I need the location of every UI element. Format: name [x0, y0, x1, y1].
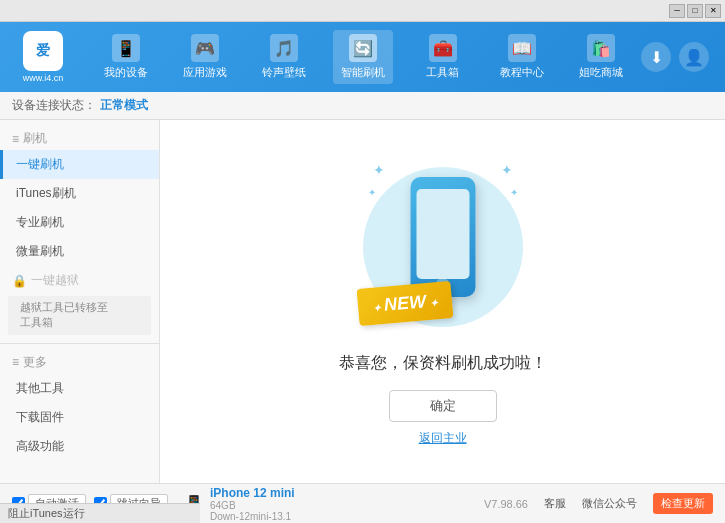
device-storage: 64GB — [210, 500, 295, 511]
sidebar-item-pro-flash[interactable]: 专业刷机 — [0, 208, 159, 237]
status-bar: 设备连接状态： 正常模式 — [0, 92, 725, 120]
nav-ringtones-icon: 🎵 — [270, 34, 298, 62]
device-details: iPhone 12 mini 64GB Down-12mini-13.1 — [210, 486, 295, 522]
main-content: ✦ ✦ ✦ ✦ NEW 恭喜您，保资料刷机成功啦！ 确定 返回主业 — [160, 120, 725, 483]
sparkle-2: ✦ — [501, 162, 513, 178]
nav-toolbox-icon: 🧰 — [429, 34, 457, 62]
close-button[interactable]: ✕ — [705, 4, 721, 18]
sparkle-4: ✦ — [510, 187, 518, 198]
sparkle-3: ✦ — [368, 187, 376, 198]
nav-mall-icon: 🛍️ — [587, 34, 615, 62]
bottom-right: V7.98.66 客服 微信公众号 检查更新 — [484, 493, 713, 514]
one-click-label: 一键刷机 — [16, 156, 64, 173]
logo[interactable]: 爱 www.i4.cn — [8, 31, 78, 83]
user-button[interactable]: 👤 — [679, 42, 709, 72]
wechat-link[interactable]: 微信公众号 — [582, 496, 637, 511]
app-container: 爱 www.i4.cn 📱 我的设备 🎮 应用游戏 🎵 铃声壁纸 🔄 智能刷机 — [0, 22, 725, 523]
device-model: Down-12mini-13.1 — [210, 511, 295, 522]
nav-ringtones[interactable]: 🎵 铃声壁纸 — [254, 30, 314, 84]
jailbreak-note: 越狱工具已转移至工具箱 — [8, 296, 151, 335]
more-section-label: 更多 — [23, 354, 47, 371]
nav-my-device[interactable]: 📱 我的设备 — [96, 30, 156, 84]
pro-flash-label: 专业刷机 — [16, 214, 64, 231]
maximize-button[interactable]: □ — [687, 4, 703, 18]
more-section-icon: ≡ — [12, 355, 19, 369]
back-link[interactable]: 返回主业 — [419, 430, 467, 447]
sparkle-1: ✦ — [373, 162, 385, 178]
title-bar: ─ □ ✕ — [0, 0, 725, 22]
status-label: 设备连接状态： — [12, 97, 96, 114]
sidebar-divider-1 — [0, 343, 159, 344]
download-firmware-label: 下载固件 — [16, 409, 64, 426]
download-button[interactable]: ⬇ — [641, 42, 671, 72]
content-area: ≡ 刷机 一键刷机 iTunes刷机 专业刷机 微量刷机 🔒 一键越狱 越狱工具… — [0, 120, 725, 483]
nav-my-device-label: 我的设备 — [104, 65, 148, 80]
logo-icon: 爱 — [23, 31, 63, 71]
nav-apps-icon: 🎮 — [191, 34, 219, 62]
other-tools-label: 其他工具 — [16, 380, 64, 397]
sidebar-item-other-tools[interactable]: 其他工具 — [0, 374, 159, 403]
nav-apps[interactable]: 🎮 应用游戏 — [175, 30, 235, 84]
sidebar-section-flash: ≡ 刷机 — [0, 124, 159, 150]
nav-tutorials-icon: 📖 — [508, 34, 536, 62]
advanced-label: 高级功能 — [16, 438, 64, 455]
minimize-button[interactable]: ─ — [669, 4, 685, 18]
nav-tutorials-label: 教程中心 — [500, 65, 544, 80]
sidebar-item-one-click[interactable]: 一键刷机 — [0, 150, 159, 179]
sidebar-section-jailbreak: 🔒 一键越狱 — [0, 266, 159, 292]
status-value: 正常模式 — [100, 97, 148, 114]
nav-tutorials[interactable]: 📖 教程中心 — [492, 30, 552, 84]
micro-flash-label: 微量刷机 — [16, 243, 64, 260]
phone-screen — [416, 189, 469, 279]
jailbreak-note-text: 越狱工具已转移至工具箱 — [20, 301, 108, 328]
sidebar-item-micro-flash[interactable]: 微量刷机 — [0, 237, 159, 266]
nav-smart-flash-label: 智能刷机 — [341, 65, 385, 80]
check-update-button[interactable]: 检查更新 — [653, 493, 713, 514]
confirm-button[interactable]: 确定 — [389, 390, 497, 422]
sidebar-item-download-firmware[interactable]: 下载固件 — [0, 403, 159, 432]
logo-url: www.i4.cn — [23, 73, 64, 83]
new-badge: NEW — [356, 280, 453, 325]
sidebar-item-advanced[interactable]: 高级功能 — [0, 432, 159, 461]
nav-right-buttons: ⬇ 👤 — [641, 42, 717, 72]
success-container: ✦ ✦ ✦ ✦ NEW 恭喜您，保资料刷机成功啦！ 确定 返回主业 — [339, 157, 547, 447]
nav-mall-label: 姐吃商城 — [579, 65, 623, 80]
nav-smart-flash-icon: 🔄 — [349, 34, 377, 62]
window-controls: ─ □ ✕ — [669, 4, 721, 18]
success-text: 恭喜您，保资料刷机成功啦！ — [339, 353, 547, 374]
nav-toolbox-label: 工具箱 — [426, 65, 459, 80]
nav-apps-label: 应用游戏 — [183, 65, 227, 80]
device-name: iPhone 12 mini — [210, 486, 295, 500]
customer-service-link[interactable]: 客服 — [544, 496, 566, 511]
phone-illustration: ✦ ✦ ✦ ✦ NEW — [363, 157, 523, 337]
nav-bar: 📱 我的设备 🎮 应用游戏 🎵 铃声壁纸 🔄 智能刷机 🧰 工具箱 📖 — [86, 30, 641, 84]
version-text: V7.98.66 — [484, 498, 528, 510]
nav-my-device-icon: 📱 — [112, 34, 140, 62]
jailbreak-lock-icon: 🔒 — [12, 274, 27, 288]
sidebar-item-itunes-flash[interactable]: iTunes刷机 — [0, 179, 159, 208]
nav-mall[interactable]: 🛍️ 姐吃商城 — [571, 30, 631, 84]
nav-ringtones-label: 铃声壁纸 — [262, 65, 306, 80]
sidebar: ≡ 刷机 一键刷机 iTunes刷机 专业刷机 微量刷机 🔒 一键越狱 越狱工具… — [0, 120, 160, 483]
device-info: 📱 iPhone 12 mini 64GB Down-12mini-13.1 — [184, 486, 295, 522]
phone-body — [410, 177, 475, 297]
flash-section-icon: ≡ — [12, 132, 19, 146]
nav-toolbox[interactable]: 🧰 工具箱 — [413, 30, 473, 84]
itunes-status-text: 阻止iTunes运行 — [8, 507, 85, 519]
jailbreak-section-label: 一键越狱 — [31, 272, 79, 289]
itunes-flash-label: iTunes刷机 — [16, 185, 76, 202]
header: 爱 www.i4.cn 📱 我的设备 🎮 应用游戏 🎵 铃声壁纸 🔄 智能刷机 — [0, 22, 725, 92]
itunes-status-bar[interactable]: 阻止iTunes运行 — [0, 503, 200, 523]
sidebar-section-more: ≡ 更多 — [0, 348, 159, 374]
nav-smart-flash[interactable]: 🔄 智能刷机 — [333, 30, 393, 84]
flash-section-label: 刷机 — [23, 130, 47, 147]
